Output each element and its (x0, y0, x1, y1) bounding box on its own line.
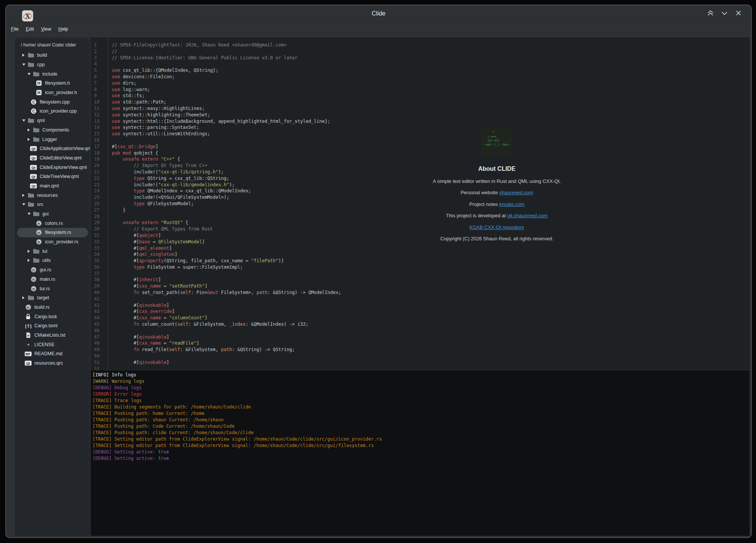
code-text: type FileSystem = super::FileSystemImpl; (112, 264, 243, 271)
code-line-7[interactable]: 7use dirs; (91, 80, 750, 87)
shade-button[interactable] (706, 9, 715, 18)
code-line-12[interactable]: 12use syntect::highlighting::ThemeSet; (91, 112, 750, 118)
dev-site-link[interactable]: git.shaunreed.com (507, 213, 547, 218)
tree-item-resources-qrc[interactable]: Qtresources.qrc (17, 359, 88, 368)
code-line-38[interactable]: 38 #[inherit] (91, 277, 750, 283)
code-line-46[interactable]: 46 (91, 328, 750, 334)
tree-item-gui-rs[interactable]: Rgui.rs (17, 265, 88, 275)
tree-item-main-qml[interactable]: Qtmain.qml (17, 181, 88, 191)
log-console[interactable]: [INFO] Info logs[WARN] Warning logs[DEBU… (91, 370, 750, 536)
close-button[interactable] (734, 9, 743, 18)
chevron-collapsed-icon[interactable] (27, 138, 32, 141)
tree-item-readme-md[interactable]: MREADME.md (17, 349, 88, 359)
chevron-expanded-icon[interactable] (22, 203, 27, 206)
tree-item-utils[interactable]: utils (17, 256, 88, 265)
code-line-52[interactable]: 52 (91, 366, 750, 370)
tree-item-clideapplicationview-qml[interactable]: QtClideApplicationView.qml (17, 144, 88, 153)
code-line-1[interactable]: 1// SPDX-FileCopyrightText: 2026, Shaun … (91, 42, 750, 48)
code-line-44[interactable]: 44 #[cxx_name = "columnCount"] (91, 315, 750, 321)
tree-item-cargo-lock[interactable]: Cargo.lock (17, 312, 88, 321)
chevron-collapsed-icon[interactable] (27, 128, 32, 132)
code-line-42[interactable]: 42 #[qinvokable] (91, 302, 750, 309)
tree-item-clidetreeview-qml[interactable]: QtClideTreeView.qml (17, 172, 88, 181)
folder-icon (32, 127, 40, 133)
tree-item-qml[interactable]: qml (17, 116, 88, 125)
tree-item-clideeditorview-qml[interactable]: QtClideEditorView.qml (17, 153, 88, 163)
tree-item-gui[interactable]: gui (17, 209, 88, 219)
chevron-collapsed-icon[interactable] (22, 53, 27, 57)
line-number: 40 (91, 289, 108, 296)
code-text: use syntect::html::{IncludeBackground, a… (112, 118, 330, 125)
tree-item-resources[interactable]: resources (17, 190, 88, 200)
code-line-34[interactable]: 34 #[qml_singleton] (91, 251, 750, 258)
chevron-collapsed-icon[interactable] (22, 193, 27, 197)
tree-item-include[interactable]: include (17, 69, 88, 79)
tree-item-main-rs[interactable]: Rmain.rs (17, 275, 88, 284)
tree-item-logger[interactable]: Logger (17, 135, 88, 144)
code-line-8[interactable]: 8use log::warn; (91, 87, 750, 93)
code-line-47[interactable]: 47 #[qinvokable] (91, 334, 750, 340)
tree-item-colors-rs[interactable]: Rcolors.rs (17, 218, 88, 228)
code-line-4[interactable]: 4 (91, 61, 750, 67)
tree-item-tui[interactable]: tui (17, 246, 88, 256)
code-line-50[interactable]: 50 (91, 353, 750, 359)
code-line-11[interactable]: 11use syntect::easy::HighlightLines; (91, 105, 750, 112)
tree-item-icon-provider-h[interactable]: Hicon_provider.h (17, 88, 88, 97)
chevron-expanded-icon[interactable] (27, 73, 32, 76)
chevron-expanded-icon[interactable] (22, 119, 27, 122)
line-number: 23 (91, 182, 108, 188)
code-line-5[interactable]: 5use cxx_qt_lib::{QModelIndex, QString}; (91, 67, 750, 74)
tree-item-filesystem-cpp[interactable]: Cfilesystem.cpp (17, 97, 88, 107)
code-line-48[interactable]: 48 #[cxx_name = "readFile"] (91, 340, 750, 347)
tree-item-filesystem-rs[interactable]: Rfilesystem.rs (17, 228, 88, 237)
code-line-39[interactable]: 39 #[cxx_name = "setRootPath"] (91, 283, 750, 289)
code-line-37[interactable]: 37 (91, 271, 750, 277)
chevron-collapsed-icon[interactable] (27, 249, 32, 253)
code-editor[interactable]: 1// SPDX-FileCopyrightText: 2026, Shaun … (91, 37, 750, 370)
tree-item-icon-provider-rs[interactable]: Ricon_provider.rs (17, 237, 88, 247)
tree-item-clideexplorerview-qml[interactable]: QtClideExplorerView.qml (17, 162, 88, 172)
tree-item-target[interactable]: target (17, 293, 88, 303)
code-line-40[interactable]: 40 fn set_root_path(self: Pin<&mut FileS… (91, 289, 750, 296)
code-line-41[interactable]: 41 (91, 296, 750, 302)
tree-item-components[interactable]: Components (17, 125, 88, 135)
project-notes-link[interactable]: knoats.com (499, 201, 524, 207)
code-line-49[interactable]: 49 fn read_file(self: &FileSystem, path:… (91, 347, 750, 353)
tree-item-tui-rs[interactable]: Rtui.rs (17, 284, 88, 293)
title-bar[interactable]: X Clide (6, 5, 751, 22)
tree-item-cmakelists-txt[interactable]: CMakeLists.txt (17, 331, 88, 340)
chevron-collapsed-icon[interactable] (22, 296, 27, 300)
code-line-43[interactable]: 43 #[cxx_override] (91, 308, 750, 315)
menu-file[interactable]: File (9, 25, 20, 33)
tree-item-license[interactable]: ✶LICENSE (17, 340, 88, 349)
line-number: 30 (91, 226, 108, 232)
tree-item-filesystem-h[interactable]: Hfilesystem.h (17, 79, 88, 88)
kdab-repo-link[interactable]: KDAB CXX-Qt repository (470, 224, 524, 230)
menu-view[interactable]: View (39, 25, 53, 33)
menu-help[interactable]: Help (57, 25, 70, 33)
tree-item-cargo-toml[interactable]: [T]Cargo.toml (17, 321, 88, 331)
code-line-2[interactable]: 2// (91, 48, 750, 55)
code-line-35[interactable]: 35 #[qproperty(QString, file_path, cxx_n… (91, 258, 750, 264)
code-line-13[interactable]: 13use syntect::html::{IncludeBackground,… (91, 118, 750, 125)
tree-item-icon-provider-cpp[interactable]: Cicon_provider.cpp (17, 107, 88, 116)
code-line-3[interactable]: 3// SPDX-License-Identifier: GNU General… (91, 55, 750, 61)
tree-item-build[interactable]: build (17, 51, 88, 60)
tree-item-cpp[interactable]: cpp (17, 60, 88, 70)
tree-item-build-rs[interactable]: Rbuild.rs (17, 303, 88, 312)
tree-item-src[interactable]: src (17, 200, 88, 209)
minimize-button[interactable] (720, 9, 729, 18)
chevron-collapsed-icon[interactable] (27, 258, 32, 262)
code-line-10[interactable]: 10use std::path::Path; (91, 99, 750, 105)
code-line-9[interactable]: 9use std::fs; (91, 93, 750, 99)
chevron-expanded-icon[interactable] (22, 63, 27, 66)
code-line-51[interactable]: 51 #[qinvokable] (91, 359, 750, 366)
personal-website-link[interactable]: shaunreed.com (499, 190, 533, 195)
code-line-45[interactable]: 45 fn column_count(self: &FileSystem, _i… (91, 321, 750, 328)
menu-edit[interactable]: Edit (24, 25, 36, 33)
qt-file-icon: Qt (30, 174, 37, 179)
code-line-6[interactable]: 6use devicons::FileIcon; (91, 74, 750, 80)
chevron-expanded-icon[interactable] (27, 212, 32, 215)
log-line-13: [DEBUG] Setting active: true (93, 449, 750, 455)
code-line-36[interactable]: 36 type FileSystem = super::FileSystemIm… (91, 264, 750, 271)
